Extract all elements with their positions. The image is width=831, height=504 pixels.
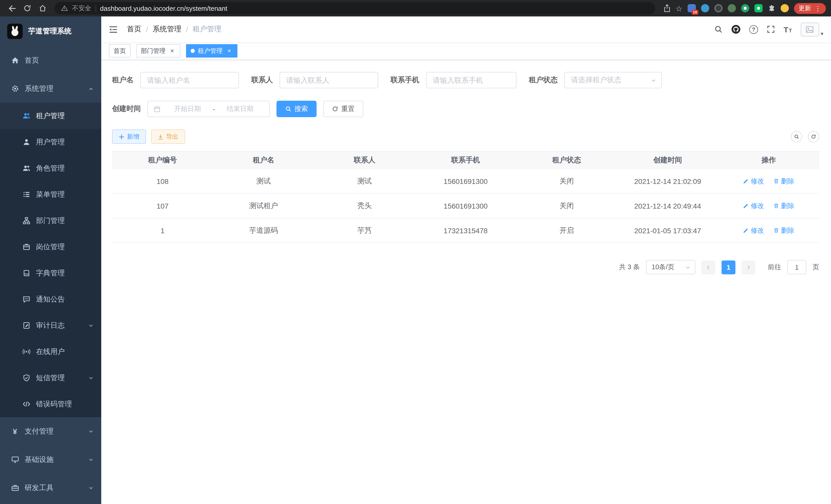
search-button[interactable]: 搜索 — [277, 101, 317, 117]
sidebar-item-system[interactable]: 系统管理 — [0, 75, 101, 103]
refresh-icon — [811, 134, 816, 139]
page-suffix-label: 页 — [812, 263, 819, 272]
sidebar-item-home[interactable]: 首页 — [0, 46, 101, 75]
contact-input[interactable] — [280, 72, 378, 88]
cell-tenant-id: 107 — [112, 202, 213, 210]
app-logo-row[interactable]: 芋道管理系统 — [0, 17, 101, 46]
sidebar-item-audit[interactable]: 审计日志 — [0, 313, 101, 338]
extension-icon-chat[interactable] — [754, 4, 763, 12]
search-icon[interactable] — [714, 25, 722, 33]
sidebar-collapse-button[interactable] — [109, 25, 118, 33]
sidebar-item-menu[interactable]: 菜单管理 — [0, 181, 101, 208]
sidebar-item-dict[interactable]: 字典管理 — [0, 260, 101, 286]
delete-button[interactable]: 删除 — [773, 201, 794, 210]
role-users-icon — [22, 164, 30, 172]
add-button[interactable]: 新增 — [112, 129, 146, 144]
sidebar-item-label: 研发工具 — [25, 483, 83, 493]
extension-icon-green[interactable] — [728, 4, 736, 12]
cell-status: 开启 — [516, 226, 617, 235]
next-page-button[interactable] — [742, 260, 755, 274]
kebab-menu-icon[interactable]: ⋮ — [814, 5, 821, 11]
edit-button[interactable]: 修改 — [743, 226, 764, 235]
sidebar-item-user[interactable]: 用户管理 — [0, 129, 101, 155]
calendar-icon — [154, 106, 160, 112]
export-button[interactable]: 导出 — [151, 129, 185, 144]
extension-icon-badged[interactable]: 10 — [688, 4, 696, 12]
toggle-search-button[interactable] — [791, 131, 802, 142]
tenant-users-icon — [22, 112, 30, 120]
browser-home-button[interactable] — [36, 2, 49, 15]
status-select[interactable]: 请选择租户状态 — [564, 72, 662, 88]
sidebar-item-role[interactable]: 角色管理 — [0, 155, 101, 181]
breadcrumb-item[interactable]: 系统管理 — [153, 25, 181, 34]
search-icon — [285, 106, 291, 112]
bookmark-star-icon[interactable]: ☆ — [676, 4, 683, 12]
address-bar[interactable]: 不安全 dashboard.yudao.iocoder.cn/system/te… — [55, 2, 655, 14]
col-header: 创建时间 — [617, 156, 718, 165]
refresh-table-button[interactable] — [808, 131, 819, 142]
omnibox-divider — [95, 5, 96, 11]
tab-dept[interactable]: 部门管理 × — [136, 44, 180, 58]
close-icon[interactable]: × — [226, 47, 233, 55]
date-range-input[interactable]: 开始日期 - 结束日期 — [147, 101, 270, 117]
sidebar-item-label: 通知公告 — [36, 295, 93, 304]
chevron-down-icon — [685, 264, 691, 270]
back-arrow-icon — [7, 4, 16, 12]
col-header: 联系手机 — [415, 156, 516, 165]
close-icon[interactable]: × — [169, 47, 176, 55]
prev-page-button[interactable] — [701, 260, 715, 274]
user-avatar[interactable]: ▾ — [801, 22, 823, 36]
sidebar-item-pay[interactable]: ¥ 支付管理 — [0, 417, 101, 445]
extensions-puzzle-icon[interactable] — [768, 4, 775, 12]
back-button[interactable] — [5, 2, 19, 15]
sidebar-item-notice[interactable]: 通知公告 — [0, 286, 101, 313]
sidebar-item-sms[interactable]: 短信管理 — [0, 365, 101, 391]
reset-button[interactable]: 重置 — [323, 101, 363, 117]
filter-status: 租户状态 请选择租户状态 — [529, 72, 662, 88]
sidebar-item-dept[interactable]: 部门管理 — [0, 208, 101, 234]
delete-button[interactable]: 删除 — [773, 226, 794, 235]
github-icon[interactable] — [731, 25, 740, 34]
tab-tenant[interactable]: 租户管理 × — [186, 44, 237, 58]
breadcrumb-separator — [186, 25, 188, 33]
sidebar-item-infra[interactable]: 基础设施 — [0, 445, 101, 474]
tab-home[interactable]: 首页 — [109, 44, 131, 58]
sidebar-item-dev[interactable]: 研发工具 — [0, 474, 101, 502]
reload-icon — [23, 4, 31, 12]
table-header-row: 租户编号 租户名 联系人 联系手机 租户状态 创建时间 操作 — [112, 152, 819, 169]
sidebar-item-label: 在线用户 — [36, 347, 93, 356]
reload-button[interactable] — [21, 2, 34, 15]
goto-page-input[interactable] — [787, 260, 806, 274]
extension-icon-dark[interactable] — [714, 4, 722, 12]
pencil-icon — [743, 178, 749, 184]
delete-button[interactable]: 删除 — [773, 176, 794, 186]
sidebar-item-errcode[interactable]: 错误码管理 — [0, 391, 101, 417]
filter-tenant-name: 租户名 — [112, 72, 239, 88]
fullscreen-icon[interactable] — [767, 25, 775, 33]
extension-icon-drop[interactable] — [701, 4, 709, 12]
breadcrumb-item[interactable]: 首页 — [127, 25, 141, 34]
browser-home-icon — [38, 4, 47, 12]
update-button[interactable]: 更新 ⋮ — [794, 3, 826, 13]
cell-created: 2021-12-14 20:49:44 — [617, 202, 718, 210]
created-label: 创建时间 — [112, 104, 141, 114]
export-button-label: 导出 — [166, 132, 178, 141]
tenant-name-input[interactable] — [140, 72, 239, 88]
edit-button[interactable]: 修改 — [743, 201, 764, 210]
phone-input[interactable] — [426, 72, 516, 88]
profile-avatar-icon[interactable] — [781, 4, 789, 12]
extension-icon-green-dot[interactable] — [741, 4, 749, 12]
pencil-icon — [743, 228, 749, 233]
page-size-select[interactable]: 10条/页 — [646, 260, 695, 274]
font-size-icon[interactable]: TT — [783, 25, 792, 34]
help-icon[interactable]: ? — [749, 25, 758, 34]
caret-down-icon: ▾ — [821, 31, 823, 36]
sidebar-item-post[interactable]: 岗位管理 — [0, 234, 101, 260]
main-content: 租户名 联系人 联系手机 租户状态 请选择租户状态 — [101, 61, 831, 504]
current-page-button[interactable]: 1 — [721, 260, 736, 274]
share-icon[interactable] — [663, 4, 670, 12]
sidebar-item-online[interactable]: 在线用户 — [0, 338, 101, 365]
browser-actions: ☆ 10 更新 ⋮ — [663, 3, 826, 13]
sidebar-item-tenant[interactable]: 租户管理 — [0, 103, 101, 129]
edit-button[interactable]: 修改 — [743, 176, 764, 186]
